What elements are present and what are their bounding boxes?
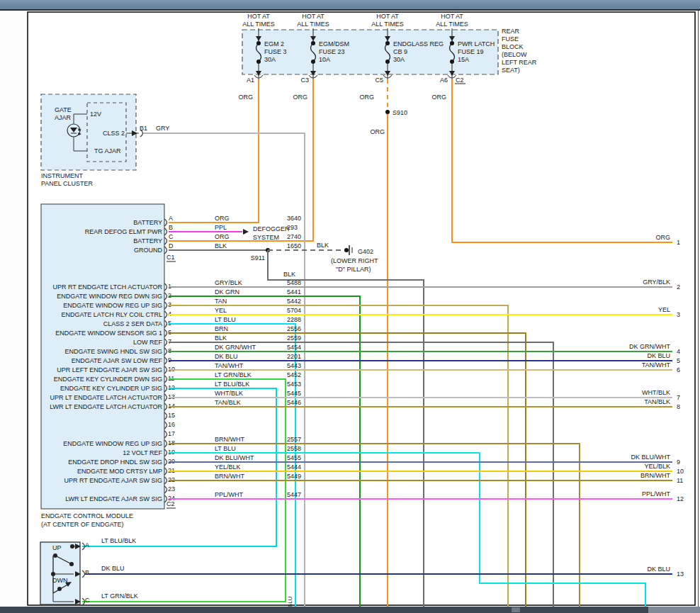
wire-color-label: YEL <box>215 307 227 314</box>
module-pin-name: LWR LT ENDGATE LATCH ACTUATOR <box>50 403 162 410</box>
circuit-number: 2288 <box>287 316 301 323</box>
circuit-number: 5488 <box>287 279 301 286</box>
edge-wire-number: 7 <box>677 394 680 401</box>
switch-pin-label: C <box>85 597 90 604</box>
fuse-rating: 15A <box>458 56 469 63</box>
module-pin-name: ENDGATE WINDOW REG DWN SIG <box>57 293 162 300</box>
edge-wire-number: 8 <box>677 403 680 410</box>
scrollbar-thumb[interactable] <box>648 607 700 613</box>
circuit-number: 1650 <box>287 242 301 249</box>
defogger-system-label: DEFOGGER <box>253 225 290 232</box>
wire-color-label: BLK <box>215 242 227 249</box>
wire-color-label: DK BLU <box>647 352 670 359</box>
circuit-number: 2201 <box>287 353 301 360</box>
wire-color-label: ORG <box>655 234 670 241</box>
circuit-number: 2740 <box>287 233 301 240</box>
cluster-caption: INSTRUMENT <box>41 172 83 179</box>
module-pin-name: UPR LT ENDGATE LATCH ACTUATOR <box>50 394 162 401</box>
edge-wire-number: 10 <box>677 468 684 475</box>
wire-color-label: LT BLU/BLK <box>101 537 136 544</box>
circuit-number: 5446 <box>287 399 301 406</box>
defogger-system-label: SYSTEM <box>253 234 279 241</box>
fuse-block-caption: REAR <box>502 28 520 35</box>
module-pin-number: 17 <box>168 430 175 437</box>
circuit-number: 5452 <box>287 371 301 378</box>
wire-color-label: BRN/WHT <box>215 473 244 480</box>
hot-at-label: HOT AT <box>302 13 324 20</box>
horizontal-scrollbar[interactable] <box>0 607 700 613</box>
fuse-pin-label: C5 <box>375 77 383 84</box>
fuse-pin-label: C3 <box>300 77 309 84</box>
wire-color-label: ORG <box>370 128 385 135</box>
scrollbar-notch[interactable] <box>512 607 520 612</box>
wire-color-label: DK GRN/WHT <box>215 344 256 351</box>
wire-color-label: DK BLU <box>647 566 670 573</box>
switch-up-label: UP <box>52 544 62 551</box>
wire-color-label: DK GRN <box>215 288 239 296</box>
edge-wire-number: 6 <box>677 366 680 373</box>
fuse-name: EGM 2 <box>264 40 284 47</box>
module-pin-name: 12 VOLT REF <box>123 449 162 456</box>
wire-color-label: TAN <box>215 298 227 305</box>
module-pin-name: UPR RT ENDGATE AJAR SW SIG <box>64 477 162 484</box>
switch-dwn-label: DWN <box>52 577 68 584</box>
fuse-rating: 30A <box>264 56 276 63</box>
fuse-block-caption: (BELOW <box>502 51 527 58</box>
hot-at-label: ALL TIMES <box>242 21 275 28</box>
wire-color-label: WHT/BLK <box>215 390 243 397</box>
wire-color-label: BLK <box>317 242 329 249</box>
wire-color-label: BRN/WHT <box>640 472 670 479</box>
wire-color-label: GRY/BLK <box>215 279 242 286</box>
edge-wire-number: 5 <box>677 357 680 364</box>
fuse-block-caption: FUSE <box>502 35 519 43</box>
module-pin-name: ENDGATE MOD CRTSY LMP <box>77 468 162 475</box>
circuit-number: 5441 <box>287 288 301 296</box>
ground-g402-label: G402 <box>358 248 373 255</box>
fuse-rating: 30A <box>393 56 405 63</box>
hot-at-label: ALL TIMES <box>297 21 329 28</box>
wire-color-label: ORG <box>215 233 230 240</box>
module-pin-number: B <box>169 224 173 231</box>
edge-wire-number: 4 <box>677 348 680 355</box>
fuse-block-caption: SEAT) <box>502 67 520 74</box>
wiring-diagram-page: HOT ATALL TIMESEGM 2FUSE 330AA1ORGHOT AT… <box>0 0 700 613</box>
edge-wire-number: 11 <box>677 477 683 484</box>
circuit-number: 5455 <box>287 454 301 461</box>
hot-at-label: ALL TIMES <box>371 21 404 28</box>
circuit-number: 5443 <box>287 362 301 369</box>
ground-g402-label: "D" PILLAR) <box>336 266 371 273</box>
circuit-number: 5449 <box>287 473 301 480</box>
module-pin-name: LOW REF <box>133 339 163 346</box>
page-right-border <box>698 11 699 613</box>
edge-wire-number: 13 <box>677 570 684 578</box>
wire-color-label: YEL/BLK <box>644 463 670 470</box>
wire-color-label: YEL/BLK <box>215 463 241 471</box>
switch-pin-label: B <box>85 569 89 576</box>
wire-color-label: BRN <box>215 325 228 332</box>
fuse-name: ENDGLASS REG <box>393 40 444 47</box>
module-pin-name: ENDGATE KEY CYLINDER UP SIG <box>60 385 162 392</box>
fuse-name: CB 9 <box>393 48 407 55</box>
edge-wire-number: 2 <box>677 283 680 291</box>
circuit-number: 5447 <box>287 491 301 498</box>
fuse-name: FUSE 23 <box>319 48 345 55</box>
wire-color-label: DK BLU <box>101 565 125 572</box>
wire-color-label: GRY/BLK <box>643 279 670 286</box>
module-pin-name: UPR LEFT ENDGATE AJAR SW SIG <box>57 366 162 373</box>
module-caption: ENDGATE CONTROL MODULE <box>41 512 133 519</box>
wire-color-label: ORG <box>238 94 253 101</box>
connector-label: C1 <box>166 254 175 261</box>
module-pin-name: GROUND <box>134 247 162 254</box>
wire-color-label: TAN/BLK <box>644 398 670 405</box>
wire-color-label: ORG <box>431 94 446 101</box>
module-pin-number: A <box>169 215 173 222</box>
module-pin-name: REAR DEFOG ELMT PWR <box>85 228 163 235</box>
edge-wire-number: 9 <box>677 459 680 466</box>
wire-color-label: WHT/BLK <box>642 389 670 396</box>
fuse-pin-label: A1 <box>247 77 254 84</box>
hot-at-label: HOT AT <box>376 13 399 20</box>
wire-color-label: DK BLU/WHT <box>215 454 254 461</box>
module-pin-name: ENDGATE WINDOW REG UP SIG <box>63 302 162 309</box>
hot-at-label: ALL TIMES <box>436 21 468 28</box>
fuse-name: PWR LATCH <box>458 40 495 47</box>
